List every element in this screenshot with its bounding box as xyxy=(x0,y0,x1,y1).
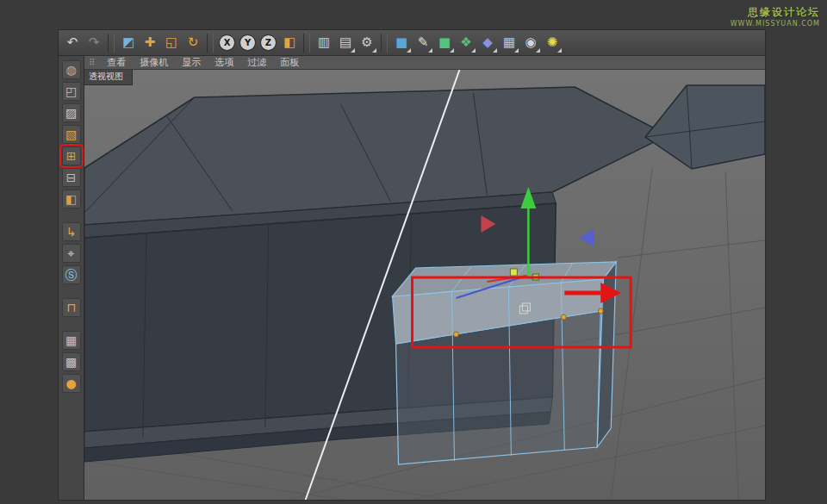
subdivision-surface-icon[interactable]: ■ xyxy=(434,33,455,53)
render-region-icon[interactable]: ▤ xyxy=(335,33,356,53)
toolbar-separator xyxy=(303,34,310,53)
model-mode-icon[interactable]: ◰ xyxy=(62,82,81,101)
toolbar-separator xyxy=(381,34,388,53)
toolbar-separator xyxy=(108,34,115,53)
undo-icon[interactable]: ↶ xyxy=(62,33,83,53)
spline-pen-icon[interactable]: ✎ xyxy=(413,33,433,53)
viewport-label[interactable]: 透视视图 xyxy=(84,70,133,85)
viewport-canvas[interactable] xyxy=(84,70,765,500)
light-icon[interactable]: ✺ xyxy=(542,33,563,53)
live-selection-icon[interactable]: ◩ xyxy=(118,33,139,53)
watermark-line2: WWW.MISSYUAN.COM xyxy=(731,20,820,28)
menu-display[interactable]: 显示 xyxy=(175,57,208,68)
menu-filter[interactable]: 过滤 xyxy=(240,57,273,68)
z-axis-lock-button[interactable]: Z xyxy=(260,34,277,51)
render-settings-icon[interactable]: ⚙ xyxy=(357,33,377,53)
menu-panel[interactable]: 面板 xyxy=(273,57,306,68)
rotate-tool-icon[interactable]: ↻ xyxy=(183,33,203,53)
axis-mode-icon[interactable]: ↳ xyxy=(62,222,81,241)
screen: 思缘设计论坛 WWW.MISSYUAN.COM ↶↷◩✚◱↻XYZ◧▥▤⚙■✎■… xyxy=(0,0,827,504)
mouse-icon[interactable]: ⌖ xyxy=(62,244,81,263)
polygon-mode-icon[interactable]: ◧ xyxy=(62,190,81,208)
camera-icon[interactable]: ◉ xyxy=(520,33,541,53)
menu-camera[interactable]: 摄像机 xyxy=(133,57,175,68)
viewport-menu-items: 查看摄像机显示选项过滤面板 xyxy=(100,56,306,69)
main-toolbar: ↶↷◩✚◱↻XYZ◧▥▤⚙■✎■❖◆▦◉✺ xyxy=(59,30,765,56)
magnet-icon[interactable]: ⊓ xyxy=(62,298,81,317)
move-tool-icon[interactable]: ✚ xyxy=(140,33,160,53)
y-axis-lock-button[interactable]: Y xyxy=(239,34,256,51)
menu-grid-icon[interactable]: ⠿ xyxy=(89,58,95,67)
interface-icon[interactable]: ◍ xyxy=(62,60,81,79)
environment-floor-icon[interactable]: ▦ xyxy=(499,33,519,53)
mode-toolbar: ◍◰▨▧⊞⊟◧↳⌖Ⓢ⊓▦▩● xyxy=(59,56,84,500)
viewport-menubar: ⠿ 查看摄像机显示选项过滤面板 xyxy=(84,56,765,70)
scale-tool-icon[interactable]: ◱ xyxy=(161,33,182,53)
workplane-lock-icon[interactable]: ▩ xyxy=(62,352,81,371)
mograph-array-icon[interactable]: ❖ xyxy=(456,33,476,53)
edge-mode-icon[interactable]: ⊟ xyxy=(62,168,81,187)
toolbar-separator xyxy=(207,34,214,53)
redo-icon[interactable]: ↷ xyxy=(84,33,104,53)
render-view-icon[interactable]: ▥ xyxy=(314,33,334,53)
menu-options[interactable]: 选项 xyxy=(208,57,240,68)
workplane-icon[interactable]: ▦ xyxy=(62,331,81,350)
snap-icon[interactable]: Ⓢ xyxy=(62,265,81,284)
app-body: ◍◰▨▧⊞⊟◧↳⌖Ⓢ⊓▦▩● ⠿ 查看摄像机显示选项过滤面板 透视视图 xyxy=(59,56,765,500)
c4d-window: ↶↷◩✚◱↻XYZ◧▥▤⚙■✎■❖◆▦◉✺ ◍◰▨▧⊞⊟◧↳⌖Ⓢ⊓▦▩● ⠿ 查… xyxy=(59,30,765,500)
viewport-column: ⠿ 查看摄像机显示选项过滤面板 透视视图 xyxy=(84,56,765,500)
deformer-icon[interactable]: ◆ xyxy=(477,33,498,53)
plane-handle-xy[interactable] xyxy=(510,269,517,276)
texture-mode-icon[interactable]: ▨ xyxy=(62,103,81,122)
uv-mode-icon[interactable]: ▧ xyxy=(62,125,81,144)
watermark: 思缘设计论坛 WWW.MISSYUAN.COM xyxy=(731,5,820,28)
point-mode-icon[interactable]: ⊞ xyxy=(62,146,81,165)
primitive-cube-icon[interactable]: ■ xyxy=(391,33,412,53)
coordinate-system-icon[interactable]: ◧ xyxy=(279,33,300,53)
viewport[interactable]: 透视视图 xyxy=(84,70,765,500)
snap-point-icon[interactable]: ● xyxy=(62,374,81,393)
watermark-line1: 思缘设计论坛 xyxy=(731,5,820,20)
menu-view[interactable]: 查看 xyxy=(100,57,133,68)
x-axis-lock-button[interactable]: X xyxy=(219,34,235,51)
